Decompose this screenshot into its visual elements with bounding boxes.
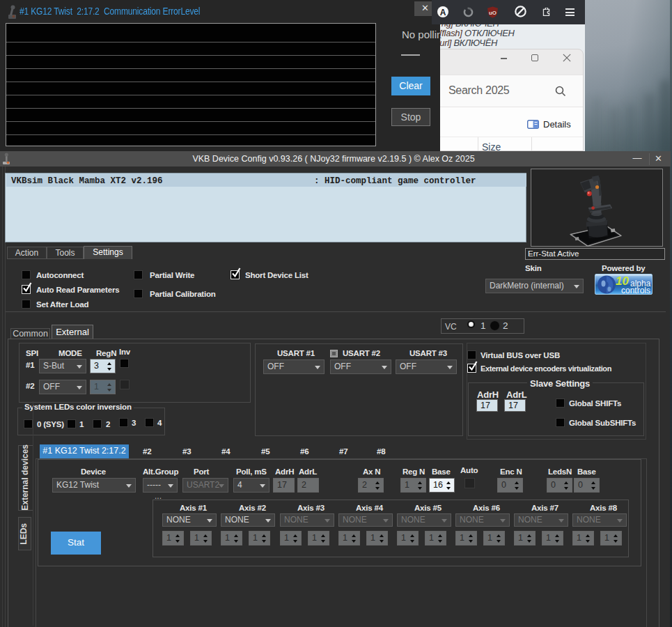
svg-text:A: A <box>440 8 446 17</box>
svg-text:uO: uO <box>489 10 497 16</box>
